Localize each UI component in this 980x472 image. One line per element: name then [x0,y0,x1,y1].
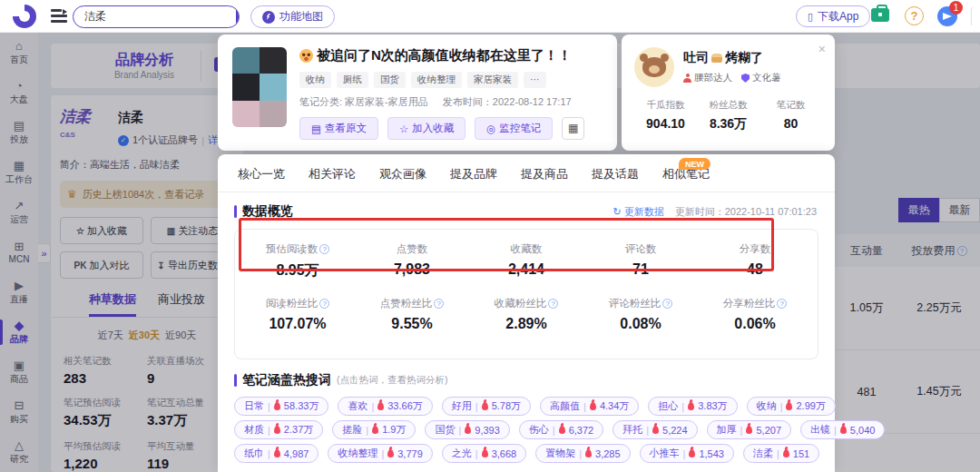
note-title: 被追问了N次的高颜值收纳都在这里了！！ [299,47,603,64]
search-box [73,5,240,28]
hotword-pill[interactable]: 搓脸|1.9万 [332,420,416,439]
note-action-icon: ▤ [311,123,321,135]
author-stat-label: 笔记数 [760,99,822,112]
help-icon[interactable]: ? [319,244,329,254]
hotword-pill[interactable]: 高颜值|4.34万 [540,397,639,416]
author-stat: 粉丝总数 8.36万 [697,99,760,133]
flushed-emoji-icon [299,49,313,63]
metric-value: 0.08% [583,316,698,332]
flame-icon [840,426,847,434]
hotword-pill[interactable]: 日常|58.33万 [234,397,328,416]
analysis-tab[interactable]: 提及品牌 [450,166,497,192]
note-tag[interactable]: 厕纸 [337,72,368,88]
badge-icon [683,74,691,83]
hotword-pill[interactable]: 加厚|5,207 [707,420,791,439]
metric: 评论数 71 [583,242,698,280]
function-map-button[interactable]: 功能地图 [250,5,335,28]
note-publish-time: 发布时间：2022-08-12 17:17 [443,95,572,109]
hotword-pill[interactable]: 收纳整理|3,779 [328,444,432,463]
hotword-pill[interactable]: 好用|5.78万 [442,397,531,416]
author-stat-label: 粉丝总数 [697,99,760,112]
analysis-tab[interactable]: 观众画像 [379,166,426,192]
metric: 点赞数 7,983 [355,242,469,280]
qr-code-button[interactable]: ▦ [562,117,584,140]
hotword-pill[interactable]: 之光|3,668 [442,444,526,463]
refresh-data-link[interactable]: ↻ 更新数据 [612,205,663,219]
help-icon[interactable]: ? [662,299,672,309]
note-tag[interactable]: 国货 [374,72,406,88]
metric-value: 9.55% [355,316,469,332]
metric-label: 点赞粉丝比? [355,297,469,310]
metric: 收藏粉丝比? 2.89% [469,297,583,332]
metric-label: 预估阅读数? [240,242,355,256]
note-action-button[interactable]: ☆ 加入收藏 [387,117,466,140]
flame-icon [387,449,394,457]
search-input[interactable] [74,11,236,24]
help-icon[interactable]: ? [777,299,787,309]
flame-icon [590,402,596,410]
app-logo[interactable] [13,5,36,28]
metric-value: 8.95万 [240,261,355,280]
section-bar [234,205,237,218]
author-stat-value: 904.10 [634,116,697,131]
hotword-pill[interactable]: 洁柔|151 [743,444,819,463]
note-tag[interactable]: 家居家装 [467,72,518,88]
note-tag[interactable]: 收纳整理 [411,72,462,88]
analysis-tab[interactable]: 提及话题 [592,166,639,192]
hotword-pill[interactable]: 置物架|3,285 [535,444,630,463]
toolbox-icon[interactable] [871,8,889,22]
analysis-tab[interactable]: 相关评论 [309,166,356,192]
flame-icon [482,402,488,410]
metric-label: 阅读粉丝比? [240,297,355,310]
flame-icon [482,449,488,457]
hotword-pill[interactable]: 材质|2.37万 [234,420,323,439]
menu-toggle-icon[interactable] [51,9,67,24]
hotword-pill[interactable]: 担心|3.83万 [648,397,737,416]
note-tag[interactable]: 收纳 [299,72,331,88]
note-category: 笔记分类: 家居家装-家居用品 [299,95,428,109]
hotword-pill[interactable]: 国货|9,393 [425,420,509,439]
author-popover: × 吐司 烤糊了 腰部达人 文化薯 [622,34,835,151]
flame-icon [689,449,695,457]
help-icon[interactable]: ? [548,299,558,309]
metric: 阅读粉丝比? 107.07% [240,297,355,332]
note-action-button[interactable]: ▤ 查看原文 [299,117,378,140]
avatar[interactable] [634,47,674,87]
new-badge: NEW [679,158,710,170]
help-icon[interactable]: ? [434,299,444,309]
author-badge: 文化薯 [741,72,781,84]
analysis-tab[interactable]: 核心一览 [238,166,285,192]
section-bar [234,374,237,387]
metric-value: 48 [698,261,812,278]
flame-icon [559,426,565,434]
analysis-tab[interactable]: 提及商品 [521,166,568,192]
flame-icon [585,449,592,457]
metric-value: 0.06% [698,316,812,332]
close-icon[interactable]: × [818,42,826,56]
hotword-pill[interactable]: 出镜|5,040 [800,420,885,439]
analysis-tab[interactable]: 相似笔记 [662,166,710,192]
metrics-card: 预估阅读数? 8.95万 点赞数 7,983 收藏数 2,414 评论数 71 [234,229,818,359]
metric-value: 71 [583,261,698,278]
hotword-pill[interactable]: 纸巾|4,987 [234,444,318,463]
help-icon[interactable]: ? [319,299,329,309]
metric: 收藏数 2,414 [469,242,583,280]
phone-icon: ▯ [808,11,813,23]
flame-icon [746,426,752,434]
hotword-pill[interactable]: 小推车|1,543 [640,444,734,463]
download-app-button[interactable]: ▯ 下载App [796,5,870,27]
hotword-pill[interactable]: 拜托|5,224 [612,420,697,439]
note-action-button[interactable]: ◎ 监控笔记 [475,117,553,140]
author-stat: 笔记数 80 [760,99,822,133]
search-button[interactable] [236,5,239,28]
flame-icon [786,402,792,410]
flame-icon [377,402,384,410]
hotword-pill[interactable]: 伤心|6,372 [519,420,603,439]
hotwords-area: 日常|58.33万 喜欢|33.66万 好用|5.78万 高颜值|4.34万 担… [218,397,835,463]
flame-icon [274,426,280,434]
hotword-pill[interactable]: 喜欢|33.66万 [338,397,432,416]
help-icon[interactable]: ? [905,6,924,25]
metric-value: 107.07% [240,316,355,332]
note-tag[interactable]: ··· [524,72,546,88]
hotword-pill[interactable]: 收纳|2.99万 [747,397,836,416]
